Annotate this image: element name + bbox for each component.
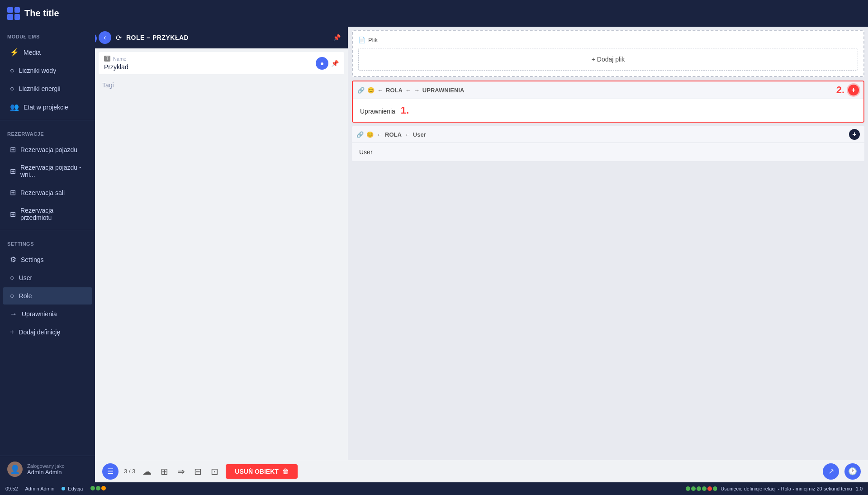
- name-field-container: T Name Przykład ● 📌: [99, 52, 344, 74]
- lightning-icon: ⚡: [10, 48, 19, 57]
- sidebar-item-label: User: [19, 274, 33, 281]
- arrow-left4: ←: [404, 131, 410, 138]
- tags-section: Tagi: [95, 78, 348, 92]
- status-version: 1.0: [856, 486, 863, 491]
- file-icon-bottom2[interactable]: ⊡: [209, 464, 220, 479]
- svg-point-1: [96, 486, 100, 490]
- tags-label: Tagi: [102, 81, 114, 89]
- file-header-label: Plik: [368, 37, 378, 43]
- pin-icon-field[interactable]: 📌: [331, 60, 339, 67]
- right-panel: 📄 Plik + Dodaj plik 🔗 😊 ← ROLA ←: [348, 27, 868, 460]
- circle-icon: ○: [10, 67, 14, 75]
- mode-dot: [62, 487, 65, 490]
- user-add-button[interactable]: +: [849, 129, 860, 140]
- status-icons-svg: [90, 485, 108, 491]
- plus-icon: +: [10, 328, 14, 336]
- sidebar-item-media[interactable]: ⚡ Media: [3, 43, 92, 61]
- sidebar-item-rezerwacja-pojazdu-wni[interactable]: ⊞ Rezerwacja pojazdu - wni...: [3, 159, 92, 183]
- hamburger-button[interactable]: ☰: [102, 463, 119, 480]
- history-button[interactable]: 🕐: [844, 463, 861, 480]
- field-actions: ● 📌: [316, 57, 339, 70]
- status-bar: 09:52 Admin Admin Edycja Usunięcie defin…: [0, 482, 868, 495]
- bottom-bar-right: ↗ 🕐: [823, 463, 861, 480]
- bottom-bar: ☰ 3 / 3 ☁ ⊞ ⇒ ⊟ ⊡ USUŃ OBIEKT 🗑 ↗ 🕐: [95, 460, 868, 482]
- status-dots-svg: [685, 485, 717, 492]
- name-value: Przykład: [104, 63, 128, 71]
- sidebar-item-user[interactable]: ○ User: [3, 269, 92, 286]
- user-relation-card: 🔗 😊 ← ROLA ← User + User: [352, 126, 864, 161]
- file-card: 📄 Plik + Dodaj plik: [352, 30, 864, 77]
- status-icons-group: [90, 485, 108, 492]
- arrow-left2: ←: [405, 87, 411, 94]
- name-label: T Name: [104, 56, 128, 62]
- arrow-left: ←: [377, 87, 383, 94]
- grid-icon-bottom[interactable]: ⊞: [159, 464, 170, 479]
- rola-label2: ROLA: [385, 131, 402, 138]
- sidebar-user: 👤 Zalogowany jako Admin Admin: [0, 456, 95, 482]
- user-relation-header: 🔗 😊 ← ROLA ← User +: [352, 126, 864, 143]
- add-file-button[interactable]: + Dodaj plik: [358, 48, 858, 71]
- main-content: ‹ ‹ ⟳ ROLE – PRZYKŁAD 📌: [95, 27, 868, 460]
- svg-point-3: [686, 486, 690, 491]
- sidebar-item-rezerwacja-pojazdu[interactable]: ⊞ Rezerwacja pojazdu: [3, 141, 92, 158]
- status-user: Admin Admin: [25, 486, 55, 491]
- user-relation-body: User: [352, 143, 864, 161]
- sidebar-item-rezerwacja-przedmiotu[interactable]: ⊞ Rezerwacja przedmiotu: [3, 202, 92, 226]
- grid-icon: ⊞: [10, 210, 16, 219]
- field-circle-btn[interactable]: ●: [316, 57, 328, 70]
- grid-icon: ⊞: [10, 188, 16, 197]
- logo-cell: [14, 7, 20, 13]
- link-icon2: 🔗: [356, 131, 364, 138]
- file-icon-bottom[interactable]: ⊟: [192, 464, 204, 479]
- user-info: Zalogowany jako Admin Admin: [27, 463, 65, 476]
- cloud-icon[interactable]: ☁: [141, 464, 153, 479]
- sidebar-item-uprawnienia[interactable]: → Uprawnienia: [3, 305, 92, 323]
- expand-button[interactable]: ↗: [823, 463, 839, 480]
- arrow-icon-bottom[interactable]: ⇒: [175, 464, 187, 479]
- sidebar-item-liczniki-wody[interactable]: ○ Liczniki wody: [3, 62, 92, 79]
- svg-point-8: [713, 486, 717, 491]
- sidebar-item-rezerwacja-sali[interactable]: ⊞ Rezerwacja sali: [3, 184, 92, 201]
- sidebar-item-role[interactable]: ○ Role: [3, 287, 92, 305]
- sidebar-item-label: Settings: [21, 256, 44, 263]
- uprawnienia-breadcrumb: 🔗 😊 ← ROLA ← → UPRAWNIENIA: [357, 87, 464, 94]
- grid-icon: ⊞: [10, 167, 16, 176]
- uprawnienia-relation-header: 🔗 😊 ← ROLA ← → UPRAWNIENIA 2. +: [353, 81, 863, 99]
- user-label: User: [413, 131, 426, 138]
- sidebar-item-label: Liczniki wody: [19, 67, 56, 74]
- annotation-1: 1.: [401, 105, 409, 116]
- delete-button[interactable]: USUŃ OBIEKT 🗑: [226, 464, 297, 479]
- file-card-header: 📄 Plik: [358, 37, 858, 43]
- status-bar-right: Usunięcie definicje relacji - Rola - mni…: [685, 485, 863, 492]
- circle-icon: ○: [10, 85, 14, 93]
- rola-label: ROLA: [386, 87, 403, 94]
- sidebar-item-label: Etat w projekcie: [24, 104, 68, 111]
- name-field: T Name Przykład: [104, 56, 128, 71]
- arrow-right-icon: →: [10, 310, 17, 318]
- sidebar-item-settings[interactable]: ⚙ Settings: [3, 251, 92, 268]
- pin-icon-header[interactable]: 📌: [333, 34, 341, 41]
- arrow-left3: ←: [376, 131, 382, 138]
- sidebar-item-label: Rezerwacja sali: [20, 189, 65, 196]
- panel-header-left: ‹ ⟳ ROLE – PRZYKŁAD: [102, 31, 189, 44]
- logo-cell: [7, 7, 13, 13]
- left-panel: ‹ ‹ ⟳ ROLE – PRZYKŁAD 📌: [95, 27, 348, 460]
- annotation-2: 2.: [836, 84, 844, 96]
- svg-point-0: [90, 486, 95, 490]
- sidebar-item-label: Liczniki energii: [19, 85, 61, 92]
- logo-grid: [7, 7, 20, 20]
- svg-point-6: [702, 486, 707, 491]
- sidebar-item-etat[interactable]: 👥 Etat w projekcie: [3, 98, 92, 116]
- panel-title: ROLE – PRZYKŁAD: [126, 34, 189, 41]
- arrow-right: →: [414, 87, 420, 94]
- sidebar-item-label: Media: [24, 49, 41, 56]
- sidebar-item-dodaj-definicje[interactable]: + Dodaj definicję: [3, 324, 92, 341]
- user-breadcrumb: 🔗 😊 ← ROLA ← User: [356, 131, 426, 138]
- panel-header: ‹ ⟳ ROLE – PRZYKŁAD 📌: [95, 27, 348, 48]
- sidebar-item-liczniki-energii[interactable]: ○ Liczniki energii: [3, 80, 92, 97]
- back-button[interactable]: ‹: [99, 31, 111, 44]
- uprawnienia-add-button[interactable]: +: [848, 85, 859, 95]
- sidebar-item-label: Dodaj definicję: [19, 328, 60, 336]
- uprawnienia-relation-card: 🔗 😊 ← ROLA ← → UPRAWNIENIA 2. +: [352, 81, 864, 123]
- grid-icon: ⊞: [10, 145, 16, 154]
